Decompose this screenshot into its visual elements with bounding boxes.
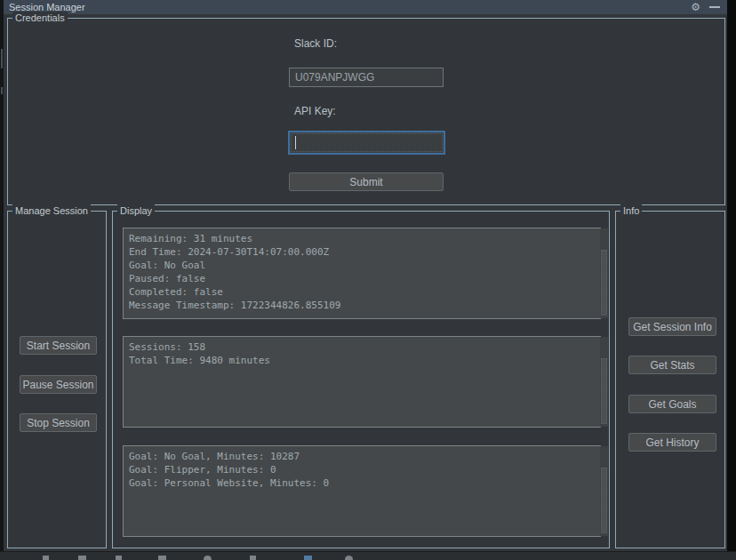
taskbar-icon[interactable]	[250, 556, 256, 560]
taskbar[interactable]	[0, 551, 736, 560]
scrollbar-thumb[interactable]	[601, 250, 607, 316]
minimize-icon[interactable]	[709, 6, 720, 8]
scrollbar-thumb[interactable]	[601, 468, 607, 533]
taskbar-icon[interactable]	[158, 556, 166, 560]
text-caret	[295, 136, 296, 149]
start-session-button[interactable]: Start Session	[20, 336, 97, 355]
screen: Session Manager ⚙ Credentials Slack ID: …	[0, 0, 736, 560]
taskbar-icon[interactable]	[304, 556, 312, 560]
display-group: Display Remaining: 31 minutes End Time: …	[112, 211, 610, 548]
taskbar-icon[interactable]	[78, 556, 86, 560]
credentials-group: Credentials Slack ID: API Key: Submit	[7, 18, 725, 205]
stats-display[interactable]: Sessions: 158 Total Time: 9480 minutes	[123, 336, 601, 428]
slack-id-input[interactable]	[289, 68, 444, 87]
get-stats-button[interactable]: Get Stats	[628, 356, 716, 374]
api-key-field-wrapper	[288, 131, 445, 155]
info-group-label: Info	[620, 204, 642, 217]
scrollbar-track[interactable]	[600, 228, 608, 318]
slack-id-label: Slack ID:	[294, 37, 337, 50]
taskbar-icon[interactable]	[116, 556, 122, 560]
taskbar-icon[interactable]	[345, 556, 353, 560]
submit-button[interactable]: Submit	[289, 172, 444, 191]
display-group-label: Display	[117, 204, 155, 217]
taskbar-icon[interactable]	[43, 556, 49, 560]
session-manager-window: Session Manager ⚙ Credentials Slack ID: …	[4, 0, 727, 551]
taskbar-icon[interactable]	[204, 556, 212, 560]
settings-gear-icon[interactable]: ⚙	[691, 2, 700, 12]
scrollbar-track[interactable]	[600, 446, 608, 536]
goals-display[interactable]: Goal: No Goal, Minutes: 10287 Goal: Flip…	[123, 445, 601, 537]
api-key-label: API Key:	[294, 105, 336, 117]
scrollbar-thumb[interactable]	[601, 358, 607, 424]
info-group: Info Get Session Info Get Stats Get Goal…	[615, 211, 725, 548]
manage-session-group-label: Manage Session	[12, 204, 91, 217]
scrollbar-track[interactable]	[600, 337, 608, 427]
title-bar: Session Manager ⚙	[4, 0, 727, 14]
stop-session-button[interactable]: Stop Session	[20, 413, 97, 432]
get-history-button[interactable]: Get History	[628, 433, 716, 452]
session-info-display[interactable]: Remaining: 31 minutes End Time: 2024-07-…	[123, 228, 601, 319]
manage-session-group: Manage Session Start Session Pause Sessi…	[7, 211, 107, 548]
api-key-input[interactable]	[290, 132, 444, 153]
pause-session-button[interactable]: Pause Session	[20, 375, 97, 394]
credentials-group-label: Credentials	[12, 12, 68, 24]
get-goals-button[interactable]: Get Goals	[628, 395, 716, 413]
background-window-edge	[0, 0, 4, 551]
get-session-info-button[interactable]: Get Session Info	[628, 317, 716, 336]
desktop-background	[727, 0, 736, 560]
